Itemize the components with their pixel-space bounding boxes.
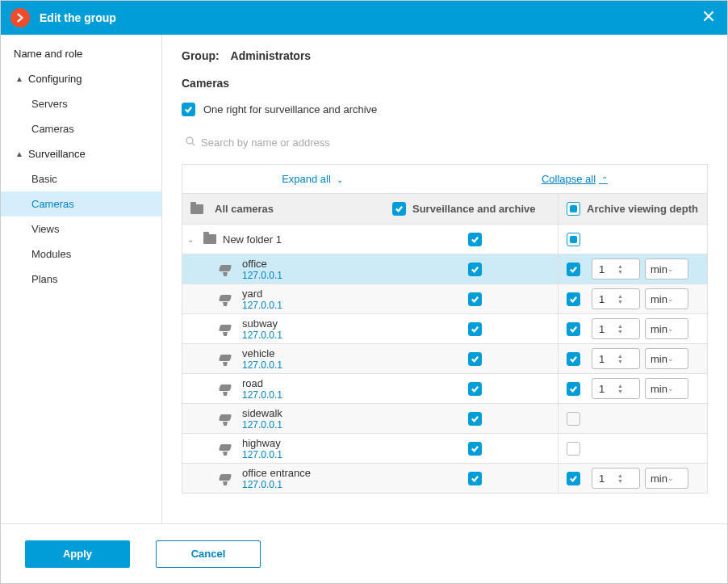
camera-icon	[220, 355, 234, 364]
camera-surv-checkbox[interactable]	[468, 472, 482, 485]
camera-arch-checkbox[interactable]	[567, 322, 580, 336]
depth-value-input[interactable]: 1 ▲▼	[592, 348, 640, 369]
camera-surv-checkbox[interactable]	[468, 442, 482, 456]
camera-surv-checkbox[interactable]	[468, 263, 482, 276]
camera-arch-checkbox[interactable]	[567, 412, 580, 426]
camera-name: subway	[242, 317, 282, 330]
depth-unit-select[interactable]: min ⌄	[645, 258, 688, 279]
sidebar-item-name-role[interactable]: Name and role	[1, 41, 161, 66]
depth-value-input[interactable]: 1 ▲▼	[592, 468, 640, 489]
chevron-down-icon[interactable]: ⌄	[187, 235, 197, 244]
camera-row[interactable]: office entrance 127.0.0.1 1 ▲▼ min ⌄	[182, 464, 707, 494]
folder-name[interactable]: New folder 1	[223, 233, 282, 246]
camera-surv-checkbox[interactable]	[468, 412, 482, 426]
depth-unit-select[interactable]: min ⌄	[645, 348, 688, 369]
camera-surv-checkbox[interactable]	[468, 382, 482, 396]
depth-value: 1	[599, 473, 617, 485]
camera-arch-checkbox[interactable]	[567, 263, 580, 276]
sidebar-item-configuring[interactable]: ▲Configuring	[1, 66, 161, 91]
expand-all-link[interactable]: Expand all ⌄	[282, 173, 343, 185]
sidebar: Name and role ▲Configuring Servers Camer…	[1, 35, 162, 523]
camera-arch-checkbox[interactable]	[567, 352, 580, 366]
spinner-icon[interactable]: ▲▼	[617, 383, 636, 394]
sidebar-item-basic[interactable]: Basic	[1, 166, 161, 191]
camera-name: sidewalk	[242, 407, 282, 419]
one-right-label: One right for surveillance and archive	[203, 103, 377, 116]
depth-unit-select[interactable]: min ⌄	[645, 468, 688, 489]
camera-icon	[220, 444, 234, 454]
camera-ip: 127.0.0.1	[242, 419, 282, 431]
search-icon	[185, 136, 196, 149]
one-right-checkbox[interactable]	[182, 103, 195, 116]
camera-row[interactable]: yard 127.0.0.1 1 ▲▼ min ⌄	[182, 284, 707, 314]
folder-arch-checkbox[interactable]	[567, 233, 580, 246]
camera-row[interactable]: highway 127.0.0.1	[182, 434, 707, 464]
depth-value-input[interactable]: 1 ▲▼	[592, 318, 640, 339]
depth-unit: min	[651, 353, 667, 365]
camera-name: office entrance	[242, 467, 311, 479]
depth-unit-select[interactable]: min ⌄	[645, 318, 688, 339]
col-archive: Archive viewing depth	[587, 203, 698, 215]
chevron-down-icon: ⌄	[667, 325, 683, 333]
spinner-icon[interactable]: ▲▼	[617, 323, 636, 334]
camera-icon	[220, 384, 234, 394]
camera-row[interactable]: road 127.0.0.1 1 ▲▼ min ⌄	[182, 374, 707, 404]
depth-unit-select[interactable]: min ⌄	[645, 378, 688, 399]
depth-unit: min	[651, 263, 667, 275]
sidebar-item-plans[interactable]: Plans	[1, 267, 161, 292]
chevron-down-icon: ⌄	[667, 384, 683, 393]
camera-surv-checkbox[interactable]	[468, 292, 482, 306]
camera-name: office	[242, 258, 282, 270]
close-button[interactable]	[700, 7, 718, 28]
sidebar-item-cameras[interactable]: Cameras	[1, 191, 161, 216]
chevron-down-icon: ⌄	[667, 474, 683, 482]
collapse-all-link[interactable]: Collapse all ⌃	[542, 173, 608, 185]
sidebar-item-servers[interactable]: Servers	[1, 91, 161, 116]
col-surveillance: Surveillance and archive	[412, 203, 535, 215]
camera-name: yard	[242, 288, 282, 300]
depth-value-input[interactable]: 1 ▲▼	[592, 288, 640, 309]
folder-surv-checkbox[interactable]	[468, 233, 482, 246]
spinner-icon[interactable]: ▲▼	[617, 353, 636, 364]
spinner-icon[interactable]: ▲▼	[617, 473, 636, 484]
apply-button[interactable]: Apply	[25, 540, 130, 568]
camera-arch-checkbox[interactable]	[567, 292, 580, 306]
depth-value: 1	[599, 383, 617, 395]
camera-arch-checkbox[interactable]	[567, 382, 580, 396]
folder-icon	[190, 204, 203, 214]
spinner-icon[interactable]: ▲▼	[617, 293, 636, 305]
cancel-button[interactable]: Cancel	[156, 540, 261, 568]
chevron-up-icon: ⌃	[599, 175, 608, 184]
camera-surv-checkbox[interactable]	[468, 322, 482, 336]
camera-row[interactable]: vehicle 127.0.0.1 1 ▲▼ min ⌄	[182, 344, 707, 374]
chevron-up-icon: ▲	[14, 149, 25, 158]
header-arch-checkbox[interactable]	[567, 202, 580, 216]
camera-arch-checkbox[interactable]	[567, 472, 580, 485]
camera-icon	[220, 414, 234, 424]
depth-unit-select[interactable]: min ⌄	[645, 288, 688, 309]
sidebar-item-cameras-cfg[interactable]: Cameras	[1, 116, 161, 141]
sidebar-item-views[interactable]: Views	[1, 216, 161, 242]
camera-row[interactable]: office 127.0.0.1 1 ▲▼ min ⌄	[182, 254, 707, 284]
camera-arch-checkbox[interactable]	[567, 442, 580, 456]
depth-value-input[interactable]: 1 ▲▼	[592, 378, 640, 399]
depth-value: 1	[599, 263, 617, 275]
header-surv-checkbox[interactable]	[392, 202, 406, 216]
camera-row[interactable]: subway 127.0.0.1 1 ▲▼ min ⌄	[182, 314, 707, 344]
depth-unit: min	[651, 323, 667, 335]
depth-value-input[interactable]: 1 ▲▼	[592, 258, 640, 279]
sidebar-item-modules[interactable]: Modules	[1, 242, 161, 267]
camera-surv-checkbox[interactable]	[468, 352, 482, 366]
sidebar-item-surveillance[interactable]: ▲Surveillance	[1, 141, 161, 166]
spinner-icon[interactable]: ▲▼	[617, 263, 636, 275]
depth-value: 1	[599, 323, 617, 335]
group-header: Group: Administrators	[182, 49, 708, 62]
search-input[interactable]	[201, 137, 708, 149]
chevron-down-icon: ⌄	[667, 295, 683, 303]
depth-unit: min	[651, 473, 667, 485]
camera-icon	[220, 474, 234, 484]
camera-row[interactable]: sidewalk 127.0.0.1	[182, 404, 707, 434]
window-title: Edit the group	[40, 11, 700, 24]
camera-icon	[220, 295, 234, 305]
folder-icon	[203, 234, 216, 244]
